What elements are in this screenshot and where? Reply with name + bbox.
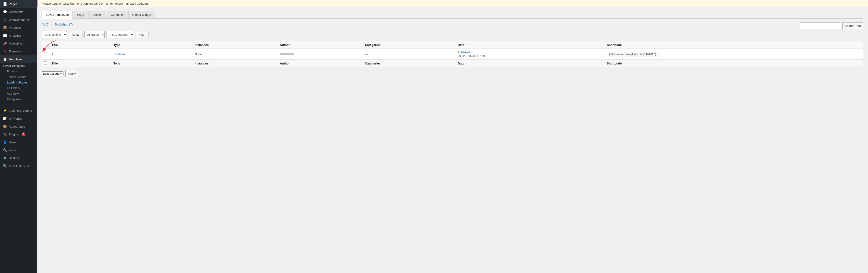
sidebar-item-label: Users [9, 141, 17, 144]
sidebar-item-label: Products [9, 26, 21, 29]
sidebar-item-label: Appearance [9, 125, 25, 128]
filter-links: All (7) | Published (7) [42, 23, 75, 26]
bulk-actions-select[interactable]: Bulk actions Delete [42, 31, 67, 38]
th-type: Type [111, 41, 192, 49]
th-date: Date ▼ [456, 41, 605, 49]
sidebar-item-label: Analytics [9, 34, 21, 37]
sidebar-item-all-in-one-seo[interactable]: 🔍 All in One SEO [0, 162, 37, 170]
sidebar-item-label: Essential Addons [9, 109, 32, 112]
sidebar-item-label: Elementor [9, 50, 23, 53]
sidebar-item-products[interactable]: 📦 Products [0, 24, 37, 31]
bottom-actions-bar: Bulk actions Delete Apply [42, 70, 863, 77]
sidebar-item-label: Pages [9, 2, 18, 6]
filter-published[interactable]: Published (7) [55, 23, 74, 26]
bottom-bulk-actions-select[interactable]: Bulk actions Delete [42, 72, 63, 76]
settings-icon: ⚙️ [3, 156, 7, 160]
top-actions-row: All (7) | Published (7) Search Tem [42, 22, 863, 29]
sidebar-item-elementor[interactable]: E Elementor [0, 47, 37, 55]
sidebar-sub-landing-pages[interactable]: Landing Pages [0, 80, 37, 85]
tfoot-select-all[interactable] [44, 61, 47, 64]
sidebar-item-users[interactable]: 👤 Users [0, 138, 37, 146]
row-title-cell: 1 [49, 49, 111, 60]
tools-icon: 🔧 [3, 148, 7, 152]
sidebar-item-essential-addons[interactable]: ⚡ Essential Addons [0, 107, 37, 115]
th-categories: Categories [363, 41, 456, 49]
notice-bar: Please update Astra Theme to version 4.8… [37, 0, 868, 7]
sidebar-sub-popups[interactable]: Popups [0, 69, 37, 74]
appearance-icon: 🎨 [3, 124, 7, 129]
sidebar-item-appearance[interactable]: 🎨 Appearance [0, 122, 37, 130]
sidebar-item-woocommerce[interactable]: 🛒 WooCommerce [0, 16, 37, 24]
th-checkbox [42, 41, 49, 49]
tab-container[interactable]: Container [107, 11, 128, 18]
wpforms-icon: 📝 [3, 116, 7, 120]
sidebar-item-label: Templates [9, 57, 23, 61]
bottom-apply-button[interactable]: Apply [65, 70, 79, 77]
saved-templates-submenu: Saved Templates Popups Theme Builder Lan… [0, 63, 37, 102]
sidebar-item-label: Comments [9, 10, 23, 14]
notice-text: Please update Astra Theme to version 4.8… [42, 2, 149, 5]
sidebar-sub-categories[interactable]: Categories [0, 97, 37, 102]
sidebar-item-plugins[interactable]: 🔌 Plugins 6 [0, 130, 37, 138]
row-type-link[interactable]: Container [114, 52, 126, 56]
th-author: Author [277, 41, 363, 49]
analytics-icon: 📊 [3, 33, 7, 37]
tab-section[interactable]: Section [89, 11, 106, 18]
sidebar-item-tools[interactable]: 🔧 Tools [0, 146, 37, 154]
sidebar-item-settings[interactable]: ⚙️ Settings [0, 154, 37, 162]
templates-icon: 📋 [3, 57, 7, 61]
comments-icon: 💬 [3, 10, 7, 14]
essential-addons-icon: ⚡ [3, 109, 7, 113]
main-content: Please update Astra Theme to version 4.8… [37, 0, 868, 273]
sidebar-item-label: Marketing [9, 42, 22, 45]
sidebar-sub-kit-library[interactable]: Kit Library [0, 85, 37, 91]
sidebar-sub-saved-templates[interactable]: Saved Templates [0, 63, 37, 69]
row-checkbox[interactable] [44, 52, 47, 55]
tfoot-th-author: Author [277, 60, 363, 67]
sidebar-item-templates[interactable]: 📋 Templates [0, 55, 37, 63]
users-icon: 👤 [3, 140, 7, 144]
apply-button[interactable]: Apply [69, 31, 83, 38]
row-title-link[interactable]: 1 [52, 52, 53, 56]
sidebar-item-comments[interactable]: 💬 Comments [0, 8, 37, 16]
th-title: Title ↕ [49, 41, 111, 49]
filter-button[interactable]: Filter [136, 31, 149, 38]
woocommerce-icon: 🛒 [3, 18, 7, 22]
products-icon: 📦 [3, 26, 7, 30]
sidebar: 📄 Pages 💬 Comments 🛒 WooCommerce 📦 Produ… [0, 0, 37, 273]
all-dates-select[interactable]: All dates [84, 31, 105, 38]
elementor-icon: E [3, 49, 7, 53]
row-date-cell: Published 2024/07/15 at 3:37 am [456, 49, 605, 60]
tab-saved-templates[interactable]: Saved Templates [42, 11, 73, 19]
sidebar-sub-add-new[interactable]: Add New [0, 91, 37, 97]
select-all-checkbox[interactable] [44, 43, 47, 46]
table-row: 1 [42, 49, 863, 60]
search-button[interactable]: Search Tem [842, 22, 863, 29]
sidebar-item-label: All in One SEO [9, 164, 29, 168]
actions-bar: Bulk actions Delete Apply All dates All … [42, 31, 863, 38]
sidebar-sub-theme-builder[interactable]: Theme Builder [0, 74, 37, 80]
all-categories-select[interactable]: All Categories [106, 31, 134, 38]
sidebar-item-analytics[interactable]: 📊 Analytics [0, 31, 37, 39]
author-placeholder [280, 53, 293, 55]
sidebar-item-label: WooCommerce [9, 18, 30, 22]
sidebar-item-label: Tools [9, 148, 16, 152]
table-section: All (7) | Published (7) Search Tem [42, 22, 863, 77]
tfoot-th-type: Type [111, 60, 192, 67]
tfoot-th-shortcode: Shortcode [604, 60, 863, 67]
shortcode-value[interactable]: [elementor-template id="10761"] [607, 52, 658, 57]
row-author-cell [277, 49, 363, 60]
search-input[interactable] [800, 22, 841, 29]
sidebar-item-pages[interactable]: 📄 Pages [0, 0, 37, 8]
tab-page[interactable]: Page [73, 11, 88, 18]
plugins-icon: 🔌 [3, 132, 7, 136]
tab-global-widget[interactable]: Global Widget [128, 11, 155, 18]
sidebar-item-wpforms[interactable]: 📝 WPForms [0, 115, 37, 122]
tfoot-checkbox [42, 60, 49, 67]
templates-table: Title ↕ Type Instances Author [42, 41, 863, 67]
sidebar-item-marketing[interactable]: 📣 Marketing [0, 39, 37, 47]
row-type-cell: Container [111, 49, 192, 60]
content-area: Saved Templates Page Section Container G… [37, 7, 868, 273]
tfoot-th-categories: Categories [363, 60, 456, 67]
filter-all[interactable]: All (7) [42, 23, 52, 26]
